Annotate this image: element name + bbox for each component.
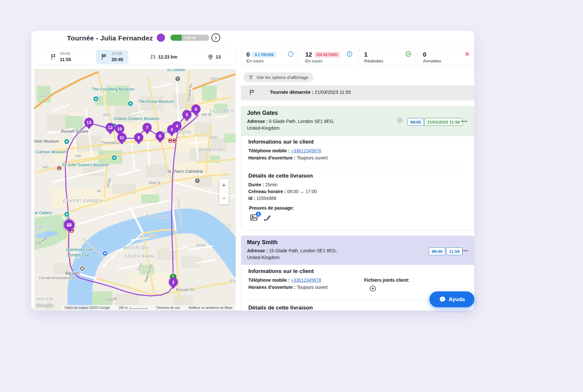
start-actual-time: 11:55 [60,57,71,62]
late-label: En cours [305,59,322,63]
done-count: 1 [364,51,368,58]
more-options-button[interactable] [462,250,468,251]
proofs-label: Preuves de passage: [249,205,294,211]
map-marker-9[interactable]: 9 [134,133,143,142]
phone-link[interactable]: +33612345678 [291,278,321,283]
delivery-id-field: Id :11554989 [248,196,276,201]
delivery-header[interactable]: Mary Smith Adresse :15 Glade Path, Londo… [241,236,474,265]
flag-icon [249,89,256,96]
page-title: Tournée - Julia Fernandez [67,34,153,42]
help-label: Ayuda [449,296,465,302]
route-layer [34,69,236,310]
marker-number: 9 [137,135,140,140]
google-logo: Google [36,302,53,308]
scale-bar-icon [130,307,147,309]
driver-avatar [157,34,165,42]
marker-number: 10 [117,126,122,131]
planned-time-chip: 08:05 [407,118,424,126]
status-card-done: 1 Réalisées [359,48,415,65]
map-marker-12[interactable]: 12 [106,123,115,132]
map-marker-11[interactable]: 11 [117,133,126,142]
marker-number: 7 [146,125,148,130]
main-card: Tournée - Julia Fernandez 7.69 % 08:00 1… [31,31,474,310]
map-scale: 200 m [119,306,147,310]
attachments-label: Fichiers joints client: [364,278,409,283]
map-terms-link[interactable]: Términos de uso [156,306,180,310]
marker-number: 12 [108,125,113,130]
end-actual-time: 20:45 [112,57,123,62]
map-marker-7[interactable]: 7 [143,123,152,132]
opening-hours-field: Horaires d'ouverture :Toujours ouvert [248,155,328,160]
map-marker-10[interactable]: 10 [115,124,124,133]
map-marker-5[interactable]: 5 [182,110,191,119]
cancelled-label: Annulées [423,59,441,63]
marker-number: 6 [195,107,197,112]
finish-flag-icon [101,53,108,60]
delivery-header[interactable]: John Gates Adresse :8 Glade Path, London… [241,106,474,136]
add-attachment-icon[interactable] [369,285,376,292]
distance-value: 12.23 km [158,54,177,60]
map-marker-8[interactable]: 8 [156,131,165,140]
map[interactable]: The Foundling MuseumThe Postal MuseumCha… [34,69,236,310]
map-marker-3[interactable]: 3 [167,125,176,134]
divider [248,168,467,168]
on-time-badge: À L'HEURE [253,52,276,58]
duration-field: Durée :25min [248,182,277,187]
customer-address: Adresse :8 Glade Path, London SE1 8EG, U… [247,118,386,132]
route-started-text: Tournée démarrée :21/03/2023 11:55 [270,90,351,95]
end-planned-time: 17:39 [112,50,122,56]
marker-number: 3 [170,127,173,132]
marker-number: 4 [176,124,178,128]
help-button[interactable]: Ayuda [429,291,474,307]
map-marker-6[interactable]: 6 [191,104,200,114]
marker-number: 2 [172,280,175,285]
route-started-banner: Tournée démarrée :21/03/2023 11:55 [241,85,474,100]
stops-pin-icon [207,53,214,60]
chat-bubble-icon [439,296,446,303]
progress-bar: 7.69 % [170,35,209,41]
client-info-title: Informations sur le client [248,268,314,275]
client-info-title: Informations sur le client [248,139,314,145]
photo-proof-icon[interactable]: 1 [250,214,259,222]
display-options-button[interactable]: Voir les options d'affichage [243,72,313,82]
map-marker-13[interactable]: 13 [84,118,93,127]
filter-label: Voir les options d'affichage [256,75,308,80]
more-options-button[interactable] [461,121,467,122]
marker-number: 13 [86,120,91,125]
chevron-right-icon [213,35,219,40]
cancel-circle-icon [464,51,470,57]
phone-field: Téléphone mobile :+33612345678 [248,278,321,283]
delivery-details-title: Détails de cette livraison [248,305,313,310]
vehicle-marker[interactable] [64,220,74,230]
phone-field: Téléphone mobile :+33612345678 [248,148,321,153]
on-time-label: En cours [246,59,264,63]
start-flag-icon [50,53,57,60]
planned-time-chip: 08:30 [429,247,445,255]
delivery-details-title: Détails de cette livraison [248,173,313,179]
on-time-count: 0 [246,51,250,58]
completed-time-chip: 21/03/2023 11:56 [424,118,463,126]
eta-time-chip: 11:56 [446,247,463,255]
route-stats-row: 08:00 11:55 17:39 20:45 12.23 km 13 [34,48,236,65]
signature-proof-icon[interactable] [263,214,271,222]
phone-link[interactable]: +33612345678 [291,148,321,153]
late-badge: EN RETARD [315,52,340,58]
van-icon [67,223,72,227]
map-copyright: Datos de mapas ©2023 Google [65,306,110,310]
zoom-out-button[interactable]: − [219,192,229,204]
done-label: Réalisées [364,59,383,63]
zoom-control: + − [219,179,229,204]
locate-target-icon[interactable] [396,117,404,124]
info-icon[interactable] [346,51,353,57]
check-circle-icon [405,51,412,57]
map-marker-2[interactable]: 2 [169,278,178,287]
filter-icon [248,75,254,80]
late-count: 12 [305,51,312,58]
progress-label: 7.69 % [170,35,209,41]
map-report-link[interactable]: Notificar un problema de Maps [189,306,232,310]
expand-button[interactable] [211,33,220,42]
stops-count: 13 [216,54,221,60]
zoom-in-button[interactable]: + [219,179,229,191]
time-slot-field: Créneau horaire :08:00 ↔ 17:00 [248,189,317,194]
cancelled-count: 0 [423,51,426,58]
